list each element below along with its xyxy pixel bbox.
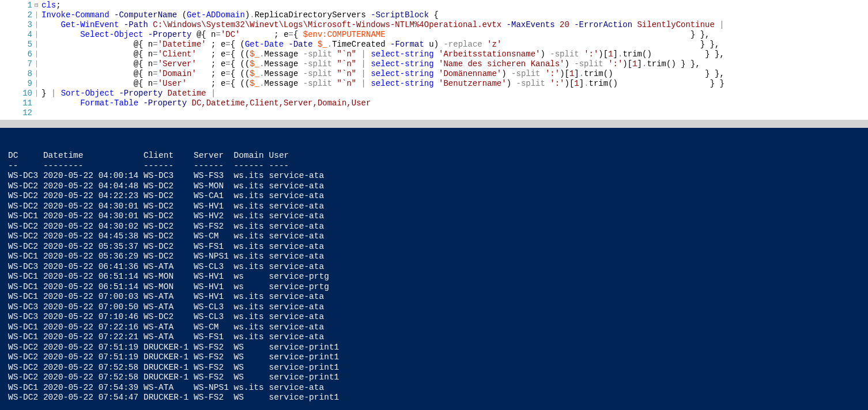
line-number: 12: [0, 108, 32, 118]
line-number: 9: [0, 79, 32, 89]
line-number: 1: [0, 1, 32, 10]
editor-scrollbar[interactable]: [0, 120, 868, 128]
fold-mark[interactable]: │: [35, 20, 41, 30]
fold-mark[interactable]: │: [35, 40, 41, 50]
line-number: 3: [0, 20, 32, 30]
fold-mark[interactable]: │: [35, 79, 41, 89]
powershell-output[interactable]: DC Datetime Client Server Domain User --…: [0, 128, 868, 410]
fold-mark[interactable]: │: [35, 50, 41, 59]
fold-mark[interactable]: ⊟: [35, 1, 41, 10]
line-number: 5: [0, 40, 32, 50]
fold-mark[interactable]: │: [35, 69, 41, 79]
line-number: 11: [0, 98, 32, 108]
fold-mark[interactable]: │: [35, 59, 41, 69]
line-number: 8: [0, 69, 32, 79]
fold-mark[interactable]: │: [35, 89, 41, 98]
fold-column[interactable]: ⊟│││││││││: [35, 0, 41, 120]
line-number: 6: [0, 50, 32, 59]
code-content[interactable]: cls;Invoke-Command -ComputerName (Get-AD…: [41, 0, 868, 120]
line-number: 10: [0, 89, 32, 98]
code-editor[interactable]: 123456789101112 ⊟│││││││││ cls;Invoke-Co…: [0, 0, 868, 120]
line-number: 2: [0, 10, 32, 20]
fold-mark[interactable]: │: [35, 10, 41, 20]
fold-mark[interactable]: │: [35, 30, 41, 40]
line-number: 7: [0, 59, 32, 69]
line-number: 4: [0, 30, 32, 40]
line-number-gutter: 123456789101112: [0, 0, 35, 120]
